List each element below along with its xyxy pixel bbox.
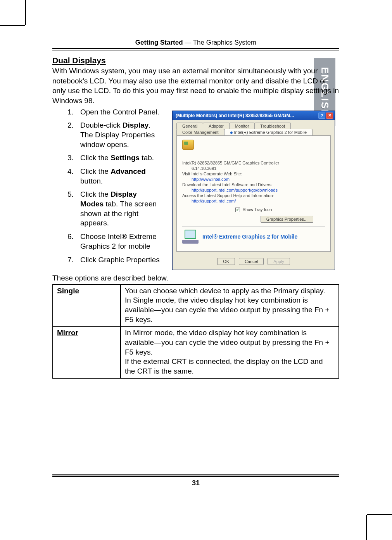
step-item: Choose Intel® Extreme Graphics 2 for mob… [76,232,161,251]
cancel-button[interactable]: Cancel [239,258,264,265]
monitor-icon [182,230,199,244]
help-button[interactable]: ? [318,112,325,119]
running-head-rest: The Graphics System [193,39,256,46]
section-title: Dual Displays [52,56,339,65]
tab-intel-label: Intel(R) Extreme Graphics 2 for Mobile [234,130,307,135]
step-list: Open the Control Panel. Double-click Dis… [52,107,161,270]
intro-paragraph: With Windows system, you may use an exte… [52,66,339,106]
download-label: Download the Latest Intel Software and D… [182,182,325,187]
step-item: Double-click Display. The Display Proper… [76,121,161,149]
dialog-footer: OK Cancel Apply [173,255,335,270]
tab-troubleshoot[interactable]: Troubleshoot [254,123,291,129]
ok-button[interactable]: OK [217,258,235,265]
tray-checkbox[interactable]: ✔ [235,208,240,212]
apply-button[interactable]: Apply [268,258,290,265]
tab-strip: General Adapter Monitor Troubleshoot Col… [173,120,335,135]
step-item: Click Graphic Properties [76,255,161,265]
page-footer: 31 [52,474,339,487]
header-rule-thick [52,48,339,49]
running-head-bold: Getting Started [135,39,183,46]
footer-rule-thin [52,474,339,475]
crop-mark [367,514,392,515]
tab-monitor[interactable]: Monitor [229,123,255,129]
visit-link[interactable]: http://www.intel.com [192,177,230,182]
crop-mark [0,25,25,26]
step-item: Click the Settings tab. [76,153,161,163]
step-item: Open the Control Panel. [76,107,161,117]
driver-version: 6.14.10.3691 [182,166,325,171]
controller-label: Intel(R) 82852/82855 GM/GME Graphics Con… [182,161,325,165]
tab-intel-graphics[interactable]: ◆Intel(R) Extreme Graphics 2 for Mobile [224,129,313,135]
brand-text: Intel® Extreme Graphics 2 for Mobile [202,234,297,240]
footer-rule-thick [52,476,339,477]
option-key: Single [53,284,121,327]
download-link[interactable]: http://support.intel.com/support/go/down… [192,188,278,192]
tray-label: Show Tray Icon [243,207,272,212]
running-head: Getting Started — The Graphics System [52,39,339,47]
page-number: 31 [52,479,339,487]
dialog-screenshot: (Multiple Monitors) and Intel(R) 82852/8… [168,107,339,270]
properties-dialog: (Multiple Monitors) and Intel(R) 82852/8… [172,111,335,270]
option-desc: In Mirror mode, the video display hot ke… [121,326,339,378]
visit-label: Visit Intel's Corporate Web Site: [182,171,325,176]
table-intro: These options are described below. [52,274,339,282]
crop-mark [366,515,367,540]
tab-adapter[interactable]: Adapter [203,123,230,129]
tab-panel: Intel(R) 82852/82855 GM/GME Graphics Con… [176,135,331,252]
graphics-icon [182,140,194,150]
step-item: Click the Advanced button. [76,167,161,186]
running-head-sep: — [183,39,193,46]
support-label: Access the Latest Support Help and Infor… [182,193,325,198]
tab-general[interactable]: General [176,123,203,129]
graphics-properties-button[interactable]: Graphics Properties... [261,216,313,223]
dialog-title-text: (Multiple Monitors) and Intel(R) 82852/8… [176,113,294,118]
dialog-titlebar: (Multiple Monitors) and Intel(R) 82852/8… [173,111,335,120]
shield-icon: ◆ [230,130,233,135]
support-link[interactable]: http://support.intel.com/ [192,199,236,203]
option-key: Mirror [53,326,121,378]
crop-mark [25,0,26,25]
table-row: Mirror In Mirror mode, the video display… [53,326,339,378]
table-row: Single You can choose which device to ap… [53,284,339,327]
tab-color-management[interactable]: Color Management [176,129,224,135]
option-desc: You can choose which device to apply as … [121,284,339,327]
options-table: Single You can choose which device to ap… [52,284,339,379]
header-rule-thin [52,50,339,50]
close-button[interactable]: ✕ [326,112,333,119]
step-item: Click the Display Modes tab. The screen … [76,190,161,228]
page-content: Getting Started — The Graphics System Du… [52,39,339,379]
